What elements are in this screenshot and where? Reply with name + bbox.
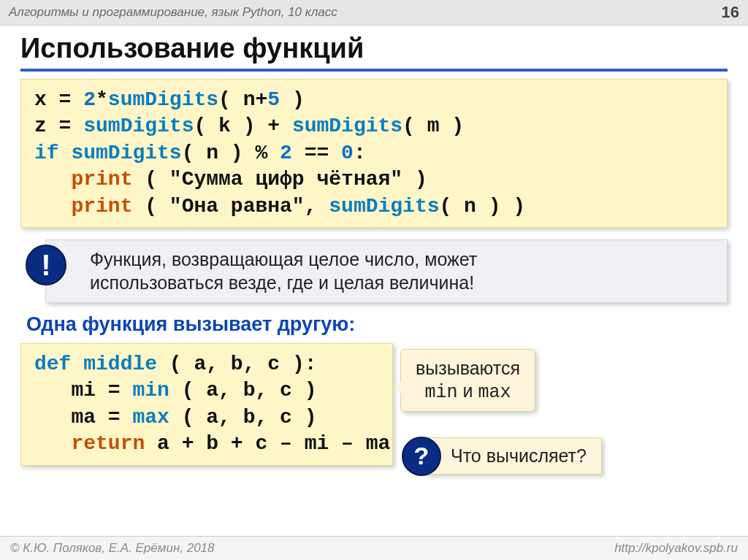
- header-bar: Алгоритмы и программирование, язык Pytho…: [0, 0, 748, 26]
- subheading: Одна функция вызывает другую:: [26, 313, 728, 336]
- slide-content: x = 2*sumDigits( n+5 ) z = sumDigits( k …: [0, 79, 748, 466]
- course-title: Алгоритмы и программирование, язык Pytho…: [9, 5, 337, 20]
- code-row-2: def middle ( a, b, c ): mi = min ( a, b,…: [20, 343, 728, 466]
- code-block-2: def middle ( a, b, c ): mi = min ( a, b,…: [20, 343, 393, 466]
- page-number: 16: [722, 3, 739, 22]
- slide-title: Использование функций: [0, 26, 748, 69]
- footer-url: http://kpolyakov.spb.ru: [614, 541, 738, 556]
- footer-bar: © К.Ю. Поляков, Е.А. Ерёмин, 2018 http:/…: [0, 536, 748, 560]
- exclamation-icon: !: [26, 245, 66, 285]
- note-block: ! Функция, возвращающая целое число, мож…: [45, 239, 728, 303]
- note-line-1: Функция, возвращающая целое число, может: [90, 248, 711, 272]
- callout-bubble: вызываются min и max: [400, 349, 535, 413]
- callout-line-1: вызываются: [416, 357, 520, 380]
- question-text: Что вычисляет?: [425, 437, 602, 475]
- callout-line-2: min и max: [416, 380, 520, 404]
- footer-copyright: © К.Ю. Поляков, Е.А. Ерёмин, 2018: [10, 541, 215, 556]
- code-block-1: x = 2*sumDigits( n+5 ) z = sumDigits( k …: [20, 79, 728, 228]
- question-group: ? Что вычисляет?: [402, 437, 602, 476]
- title-underline: [20, 69, 728, 72]
- note-line-2: использоваться везде, где и целая величи…: [90, 271, 711, 295]
- question-icon: ?: [402, 437, 441, 476]
